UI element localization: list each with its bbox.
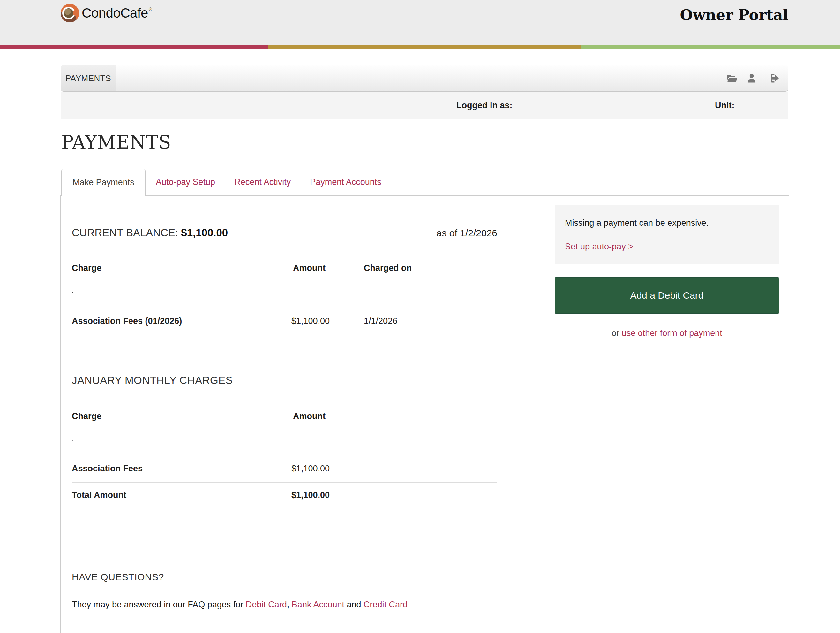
charge-amount: $1,100.00 — [291, 464, 325, 474]
autopay-notice-text: Missing a payment can be expensive. — [565, 218, 769, 228]
session-info-row: Logged in as: Unit: — [61, 92, 788, 119]
amount-column-header: Amount — [293, 411, 325, 424]
stripe-green-segment — [581, 45, 840, 49]
tab-make-payments[interactable]: Make Payments — [61, 169, 145, 196]
portal-title: Owner Portal — [680, 6, 788, 24]
stripe-maroon-segment — [0, 45, 268, 49]
current-balance-label: CURRENT BALANCE: — [72, 227, 178, 239]
page-title: PAYMENTS — [61, 131, 171, 153]
payments-tabstrip: Make Payments Auto-pay Setup Recent Acti… — [61, 169, 381, 196]
faq-prefix: They may be answered in our FAQ pages fo… — [72, 600, 246, 609]
faq-separator: , — [287, 600, 292, 609]
placeholder-dot: . — [71, 434, 74, 443]
tab-recent-activity[interactable]: Recent Activity — [234, 177, 291, 187]
coffee-cup-logo-icon — [61, 4, 79, 22]
faq-sentence: They may be answered in our FAQ pages fo… — [72, 600, 407, 610]
other-payment-line: or use other form of payment — [555, 328, 779, 338]
total-amount-value: $1,100.00 — [291, 490, 325, 500]
current-balance-row: CURRENT BALANCE: $1,100.00 as of 1/2/202… — [72, 227, 497, 239]
charge-amount: $1,100.00 — [291, 316, 325, 326]
logged-in-as-label: Logged in as: — [456, 92, 513, 119]
monthly-table-top-border — [72, 404, 497, 404]
folder-open-icon — [726, 72, 738, 84]
sign-out-icon — [769, 72, 781, 84]
faq-conjunction: and — [344, 600, 363, 609]
toolbar-tab-payments[interactable]: PAYMENTS — [61, 65, 116, 91]
current-balance-amount: $1,100.00 — [181, 227, 228, 239]
current-balance: CURRENT BALANCE: $1,100.00 — [72, 227, 228, 239]
total-amount-label: Total Amount — [72, 490, 291, 500]
monthly-charges-title: JANUARY MONTHLY CHARGES — [72, 374, 233, 386]
charged-on-column-header: Charged on — [364, 263, 412, 275]
stripe-gold-segment — [268, 45, 581, 49]
autopay-notice-box: Missing a payment can be expensive. Set … — [555, 205, 779, 264]
documents-button[interactable] — [723, 65, 742, 91]
debit-card-faq-link[interactable]: Debit Card — [246, 600, 287, 609]
user-icon — [745, 72, 758, 84]
monthly-table-divider — [72, 482, 497, 483]
tab-autopay-setup[interactable]: Auto-pay Setup — [156, 177, 215, 187]
setup-autopay-link[interactable]: Set up auto-pay > — [565, 242, 633, 252]
charge-name: Association Fees — [72, 464, 291, 474]
credit-card-faq-link[interactable]: Credit Card — [363, 600, 407, 609]
add-debit-card-button[interactable]: Add a Debit Card — [555, 277, 779, 313]
bank-account-faq-link[interactable]: Bank Account — [292, 600, 344, 609]
sign-out-button[interactable] — [761, 65, 788, 91]
balance-as-of-date: as of 1/2/2026 — [437, 228, 497, 239]
toolbar-icon-group — [723, 65, 788, 91]
brand-stripe — [0, 45, 840, 49]
registered-trademark: ® — [149, 4, 152, 15]
site-header: CondoCafe ® Owner Portal — [0, 0, 840, 45]
logo-wordmark: CondoCafe — [82, 4, 148, 22]
charge-date: 1/1/2026 — [325, 316, 497, 326]
table-row: Association Fees $1,100.00 — [72, 464, 497, 474]
condocafe-logo: CondoCafe ® — [61, 4, 152, 22]
charges-table-top-border — [72, 256, 497, 256]
other-payment-prefix: or — [611, 328, 622, 338]
unit-label: Unit: — [715, 92, 734, 119]
top-toolbar: PAYMENTS — [61, 65, 788, 92]
amount-column-header: Amount — [293, 263, 325, 275]
monthly-table-header: Charge Amount — [72, 411, 497, 424]
placeholder-dot: . — [71, 286, 74, 295]
tab-payment-accounts[interactable]: Payment Accounts — [310, 177, 381, 187]
charges-table-bottom-border — [72, 339, 497, 340]
charge-column-header: Charge — [72, 411, 101, 424]
use-other-payment-link[interactable]: use other form of payment — [622, 328, 722, 338]
have-questions-title: HAVE QUESTIONS? — [72, 572, 164, 582]
charge-name: Association Fees (01/2026) — [72, 316, 291, 326]
owner-portal-page: CondoCafe ® Owner Portal PAYMENTS — [0, 0, 840, 633]
table-row: Association Fees (01/2026) $1,100.00 1/1… — [72, 316, 497, 326]
charge-column-header: Charge — [72, 263, 101, 275]
account-button[interactable] — [742, 65, 761, 91]
charges-table-header: Charge Amount Charged on — [72, 263, 497, 275]
total-row: Total Amount $1,100.00 — [72, 490, 497, 500]
